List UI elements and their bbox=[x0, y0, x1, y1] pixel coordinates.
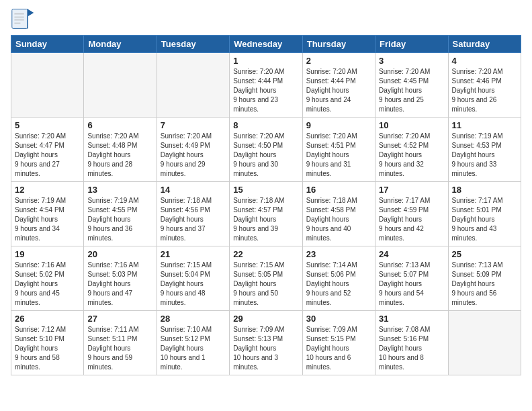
page: Sunday Monday Tuesday Wednesday Thursday… bbox=[0, 0, 532, 386]
calendar-cell: 5Sunrise: 7:20 AMSunset: 4:47 PMDaylight… bbox=[11, 118, 84, 182]
day-info: Sunrise: 7:17 AMSunset: 5:01 PMDaylight … bbox=[452, 196, 517, 243]
day-number: 14 bbox=[161, 185, 226, 195]
day-info: Sunrise: 7:20 AMSunset: 4:52 PMDaylight … bbox=[379, 132, 444, 179]
week-row: 26Sunrise: 7:12 AMSunset: 5:10 PMDayligh… bbox=[11, 311, 521, 375]
col-monday: Monday bbox=[84, 36, 157, 53]
day-info: Sunrise: 7:15 AMSunset: 5:04 PMDaylight … bbox=[161, 261, 226, 308]
day-info: Sunrise: 7:16 AMSunset: 5:03 PMDaylight … bbox=[87, 261, 152, 308]
day-info: Sunrise: 7:14 AMSunset: 5:06 PMDaylight … bbox=[306, 261, 371, 308]
day-number: 18 bbox=[452, 185, 517, 195]
day-number: 1 bbox=[233, 56, 298, 66]
day-info: Sunrise: 7:09 AMSunset: 5:13 PMDaylight … bbox=[233, 325, 298, 372]
day-number: 19 bbox=[15, 249, 80, 259]
calendar-cell: 9Sunrise: 7:20 AMSunset: 4:51 PMDaylight… bbox=[302, 118, 375, 182]
calendar-cell: 28Sunrise: 7:10 AMSunset: 5:12 PMDayligh… bbox=[157, 311, 229, 375]
calendar-cell: 10Sunrise: 7:20 AMSunset: 4:52 PMDayligh… bbox=[375, 118, 448, 182]
day-info: Sunrise: 7:08 AMSunset: 5:16 PMDaylight … bbox=[379, 325, 444, 372]
col-thursday: Thursday bbox=[302, 36, 375, 53]
calendar-cell: 16Sunrise: 7:18 AMSunset: 4:58 PMDayligh… bbox=[302, 182, 375, 246]
day-info: Sunrise: 7:09 AMSunset: 5:15 PMDaylight … bbox=[306, 325, 371, 372]
calendar-cell: 20Sunrise: 7:16 AMSunset: 5:03 PMDayligh… bbox=[84, 246, 157, 311]
day-number: 15 bbox=[233, 185, 298, 195]
day-info: Sunrise: 7:20 AMSunset: 4:44 PMDaylight … bbox=[233, 67, 298, 114]
week-row: 12Sunrise: 7:19 AMSunset: 4:54 PMDayligh… bbox=[11, 182, 521, 246]
calendar-cell: 14Sunrise: 7:18 AMSunset: 4:56 PMDayligh… bbox=[157, 182, 229, 246]
week-row: 19Sunrise: 7:16 AMSunset: 5:02 PMDayligh… bbox=[11, 246, 521, 311]
day-info: Sunrise: 7:20 AMSunset: 4:48 PMDaylight … bbox=[87, 132, 152, 179]
calendar-cell: 1Sunrise: 7:20 AMSunset: 4:44 PMDaylight… bbox=[230, 53, 302, 118]
day-number: 27 bbox=[87, 314, 152, 324]
day-info: Sunrise: 7:11 AMSunset: 5:11 PMDaylight … bbox=[87, 325, 152, 372]
day-number: 31 bbox=[379, 314, 444, 324]
day-info: Sunrise: 7:18 AMSunset: 4:58 PMDaylight … bbox=[306, 196, 371, 243]
day-number: 16 bbox=[306, 185, 371, 195]
calendar-cell: 17Sunrise: 7:17 AMSunset: 4:59 PMDayligh… bbox=[375, 182, 448, 246]
calendar-cell: 21Sunrise: 7:15 AMSunset: 5:04 PMDayligh… bbox=[157, 246, 229, 311]
weekday-header-row: Sunday Monday Tuesday Wednesday Thursday… bbox=[11, 36, 521, 53]
calendar-cell: 2Sunrise: 7:20 AMSunset: 4:44 PMDaylight… bbox=[302, 53, 375, 118]
day-number: 21 bbox=[161, 249, 226, 259]
week-row: 5Sunrise: 7:20 AMSunset: 4:47 PMDaylight… bbox=[11, 118, 521, 182]
day-number: 6 bbox=[87, 120, 152, 130]
day-info: Sunrise: 7:20 AMSunset: 4:44 PMDaylight … bbox=[306, 67, 371, 114]
calendar-cell: 27Sunrise: 7:11 AMSunset: 5:11 PMDayligh… bbox=[84, 311, 157, 375]
day-number: 22 bbox=[233, 249, 298, 259]
day-info: Sunrise: 7:19 AMSunset: 4:53 PMDaylight … bbox=[452, 132, 517, 179]
logo-icon bbox=[11, 7, 35, 31]
header bbox=[11, 7, 521, 31]
calendar-cell: 7Sunrise: 7:20 AMSunset: 4:49 PMDaylight… bbox=[157, 118, 229, 182]
day-info: Sunrise: 7:12 AMSunset: 5:10 PMDaylight … bbox=[15, 325, 80, 372]
calendar-cell: 3Sunrise: 7:20 AMSunset: 4:45 PMDaylight… bbox=[375, 53, 448, 118]
calendar-cell: 12Sunrise: 7:19 AMSunset: 4:54 PMDayligh… bbox=[11, 182, 84, 246]
calendar-cell: 22Sunrise: 7:15 AMSunset: 5:05 PMDayligh… bbox=[230, 246, 302, 311]
day-info: Sunrise: 7:18 AMSunset: 4:57 PMDaylight … bbox=[233, 196, 298, 243]
day-info: Sunrise: 7:20 AMSunset: 4:49 PMDaylight … bbox=[161, 132, 226, 179]
day-number: 4 bbox=[452, 56, 517, 66]
day-number: 2 bbox=[306, 56, 371, 66]
day-info: Sunrise: 7:18 AMSunset: 4:56 PMDaylight … bbox=[161, 196, 226, 243]
day-info: Sunrise: 7:10 AMSunset: 5:12 PMDaylight … bbox=[161, 325, 226, 372]
calendar-cell: 31Sunrise: 7:08 AMSunset: 5:16 PMDayligh… bbox=[375, 311, 448, 375]
day-number: 26 bbox=[15, 314, 80, 324]
day-info: Sunrise: 7:20 AMSunset: 4:45 PMDaylight … bbox=[379, 67, 444, 114]
day-number: 13 bbox=[87, 185, 152, 195]
day-number: 25 bbox=[452, 249, 517, 259]
day-info: Sunrise: 7:13 AMSunset: 5:07 PMDaylight … bbox=[379, 261, 444, 308]
day-info: Sunrise: 7:20 AMSunset: 4:47 PMDaylight … bbox=[15, 132, 80, 179]
day-number: 7 bbox=[161, 120, 226, 130]
calendar-cell: 30Sunrise: 7:09 AMSunset: 5:15 PMDayligh… bbox=[302, 311, 375, 375]
col-wednesday: Wednesday bbox=[230, 36, 302, 53]
day-number: 10 bbox=[379, 120, 444, 130]
calendar-cell: 29Sunrise: 7:09 AMSunset: 5:13 PMDayligh… bbox=[230, 311, 302, 375]
day-info: Sunrise: 7:16 AMSunset: 5:02 PMDaylight … bbox=[15, 261, 80, 308]
day-number: 9 bbox=[306, 120, 371, 130]
day-info: Sunrise: 7:15 AMSunset: 5:05 PMDaylight … bbox=[233, 261, 298, 308]
day-info: Sunrise: 7:19 AMSunset: 4:55 PMDaylight … bbox=[87, 196, 152, 243]
day-info: Sunrise: 7:20 AMSunset: 4:46 PMDaylight … bbox=[452, 67, 517, 114]
day-info: Sunrise: 7:17 AMSunset: 4:59 PMDaylight … bbox=[379, 196, 444, 243]
day-info: Sunrise: 7:20 AMSunset: 4:50 PMDaylight … bbox=[233, 132, 298, 179]
calendar-cell: 19Sunrise: 7:16 AMSunset: 5:02 PMDayligh… bbox=[11, 246, 84, 311]
calendar-cell: 6Sunrise: 7:20 AMSunset: 4:48 PMDaylight… bbox=[84, 118, 157, 182]
day-number: 28 bbox=[161, 314, 226, 324]
day-number: 3 bbox=[379, 56, 444, 66]
day-number: 20 bbox=[87, 249, 152, 259]
day-number: 30 bbox=[306, 314, 371, 324]
col-sunday: Sunday bbox=[11, 36, 84, 53]
calendar: Sunday Monday Tuesday Wednesday Thursday… bbox=[11, 35, 521, 375]
col-tuesday: Tuesday bbox=[157, 36, 229, 53]
calendar-cell: 11Sunrise: 7:19 AMSunset: 4:53 PMDayligh… bbox=[448, 118, 521, 182]
day-number: 12 bbox=[15, 185, 80, 195]
day-info: Sunrise: 7:19 AMSunset: 4:54 PMDaylight … bbox=[15, 196, 80, 243]
calendar-cell bbox=[11, 53, 84, 118]
calendar-cell: 15Sunrise: 7:18 AMSunset: 4:57 PMDayligh… bbox=[230, 182, 302, 246]
day-info: Sunrise: 7:20 AMSunset: 4:51 PMDaylight … bbox=[306, 132, 371, 179]
svg-rect-0 bbox=[12, 9, 28, 29]
calendar-cell bbox=[157, 53, 229, 118]
calendar-cell: 8Sunrise: 7:20 AMSunset: 4:50 PMDaylight… bbox=[230, 118, 302, 182]
calendar-cell: 4Sunrise: 7:20 AMSunset: 4:46 PMDaylight… bbox=[448, 53, 521, 118]
day-number: 17 bbox=[379, 185, 444, 195]
day-number: 8 bbox=[233, 120, 298, 130]
calendar-cell bbox=[448, 311, 521, 375]
calendar-cell: 13Sunrise: 7:19 AMSunset: 4:55 PMDayligh… bbox=[84, 182, 157, 246]
